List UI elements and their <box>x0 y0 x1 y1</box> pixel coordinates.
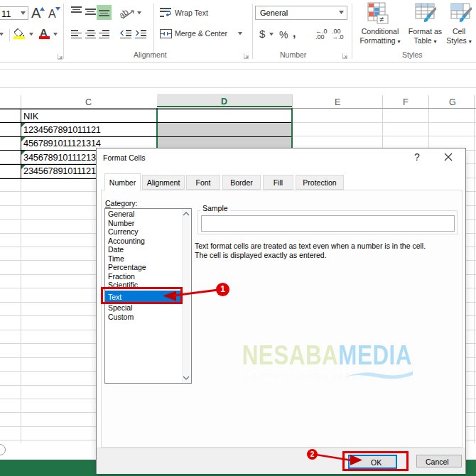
svg-text:ab: ab <box>120 7 131 20</box>
svg-text:≠: ≠ <box>379 15 384 23</box>
